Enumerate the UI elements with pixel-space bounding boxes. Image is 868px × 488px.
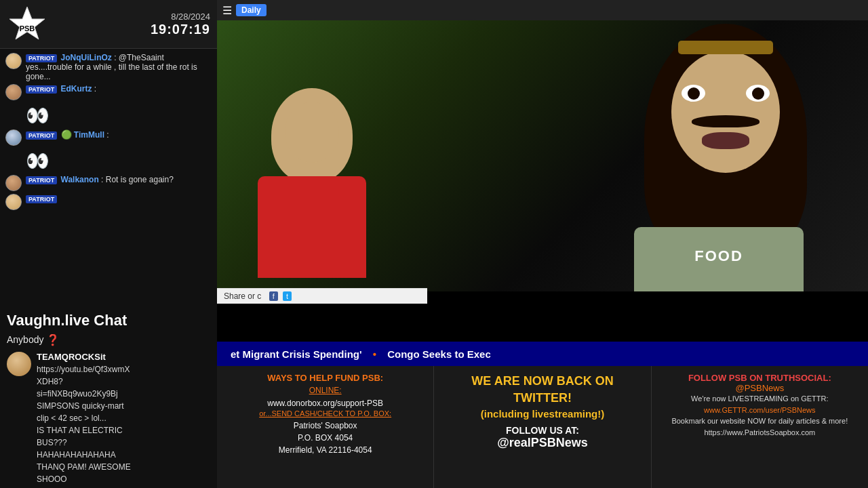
username: EdKurtz	[61, 84, 92, 94]
website-url[interactable]: https://www.PatriotsSoapbox.com	[704, 427, 815, 439]
share-bar: Share or c f t	[217, 288, 427, 304]
po-box: P.O. BOX 4054	[298, 432, 353, 444]
twitter-subtitle: (including livestreaming!)	[481, 407, 605, 421]
truthsocial-title: FOLLOW PSB ON TRUTHSOCIAL:	[688, 373, 831, 383]
fund-title: WAYS TO HELP FUND PSB:	[267, 373, 383, 383]
vaughn-title: Vaughn.live Chat	[7, 312, 210, 329]
patriot-badge: PATRIOT	[26, 131, 57, 140]
ticker-left: et Migrant Crisis Spending'	[231, 348, 362, 360]
svg-marker-0	[9, 7, 45, 39]
top-bar: ☰ Daily	[217, 0, 868, 20]
date-display: 8/28/2024	[171, 12, 210, 22]
share-text: Share or c	[224, 291, 261, 301]
psb-logo-icon: PSB	[7, 5, 47, 43]
patriot-badge: PATRIOT	[26, 195, 57, 203]
twitter-col: WE ARE NOW BACK ON TWITTER! (including l…	[434, 366, 651, 488]
gettr-link[interactable]: www.GETTR.com/user/PSBNews	[704, 405, 815, 416]
teamq-msg-text: https://youtu.be/Qf3xwmXXDH8?si=fiNXBq9w…	[37, 363, 131, 485]
green-icon: 🟢	[61, 129, 72, 140]
truthsocial-col: FOLLOW PSB ON TRUTHSOCIAL: @PSBNews We'r…	[652, 366, 868, 488]
org-name: Patriots' Soapbox	[294, 420, 357, 432]
twitter-headline: WE ARE NOW BACK ON TWITTER!	[442, 373, 642, 407]
anybody-text: Anybody	[7, 334, 43, 345]
ticker-bar: et Migrant Crisis Spending' • Congo Seek…	[217, 342, 868, 366]
twitter-icon[interactable]: t	[283, 291, 292, 301]
msg-text: : Rot is gone again?	[101, 175, 174, 184]
avatar	[5, 175, 22, 191]
person-video-area: FOOD	[217, 20, 868, 291]
online-label: ONLINE:	[309, 386, 342, 395]
address: Merrifield, VA 22116-4054	[279, 444, 372, 456]
mail-label: or...SEND CASH/CHECK TO P.O. BOX:	[259, 409, 391, 418]
bookmark-text: Bookmark our website NOW for daily artic…	[671, 415, 848, 427]
truthsocial-handle: @PSBNews	[735, 383, 784, 393]
chat-messages: PATRIOT JoNqUiLinOz : @TheSaaint yes....…	[0, 49, 217, 306]
main-area: ☰ Daily Billionaire tech tycoon Mike Lyn…	[217, 0, 868, 488]
daily-button[interactable]: Daily	[236, 4, 267, 16]
avatar	[5, 194, 22, 210]
teamq-section: TEAMQROCKSit https://youtu.be/Qf3xwmXXDH…	[0, 348, 217, 489]
msg-text: :	[106, 130, 108, 140]
chat-message: PATRIOT JoNqUiLinOz : @TheSaaint yes....…	[5, 53, 212, 81]
chat-message: PATRIOT EdKurtz :	[5, 84, 212, 100]
vaughn-label: Vaughn.live Chat	[0, 306, 217, 332]
fund-psb-col: WAYS TO HELP FUND PSB: ONLINE: www.donor…	[217, 366, 434, 488]
follow-us-text: FOLLOW US AT:	[506, 425, 579, 436]
chat-message: PATRIOT	[5, 194, 212, 210]
eyes-emoji: 👀	[26, 150, 212, 172]
teamq-username: TEAMQROCKSit	[37, 350, 131, 364]
video-container: Billionaire tech tycoon Mike Lynch's co-…	[217, 20, 868, 342]
username: JoNqUiLinOz	[61, 53, 112, 62]
username: TimMull	[74, 130, 104, 140]
avatar	[5, 53, 22, 69]
header-bar: PSB 8/28/2024 19:07:19	[0, 0, 217, 49]
chat-panel: PSB 8/28/2024 19:07:19 PATRIOT JoNqUiLin…	[0, 0, 217, 488]
eyes-emoji: 👀	[26, 104, 212, 127]
ticker-dot: •	[373, 348, 376, 360]
logo-area: PSB	[7, 5, 47, 43]
chat-message: PATRIOT 🟢 TimMull :	[5, 129, 212, 146]
teamq-avatar	[7, 352, 31, 376]
patriot-badge: PATRIOT	[26, 85, 57, 94]
svg-text:PSB: PSB	[20, 24, 35, 33]
username: Walkanon	[61, 175, 99, 184]
avatar	[5, 84, 22, 100]
patriot-badge: PATRIOT	[26, 54, 57, 62]
facebook-icon[interactable]: f	[269, 291, 278, 301]
teamq-message: TEAMQROCKSit https://youtu.be/Qf3xwmXXDH…	[37, 350, 131, 486]
hamburger-icon[interactable]: ☰	[222, 4, 232, 17]
anybody-line: Anybody ❓	[0, 332, 217, 348]
question-emoji: ❓	[46, 333, 60, 346]
clock-display: 19:07:19	[151, 22, 210, 37]
ticker-right: Congo Seeks to Exec	[387, 348, 491, 360]
patriot-badge: PATRIOT	[26, 176, 57, 184]
msg-text: :	[94, 84, 96, 94]
avatar	[5, 129, 22, 146]
twitter-handle: @realPSBNews	[497, 436, 588, 450]
bottom-bar: WAYS TO HELP FUND PSB: ONLINE: www.donor…	[217, 366, 868, 488]
chat-message: PATRIOT Walkanon : Rot is gone again?	[5, 175, 212, 191]
ticker-content: et Migrant Crisis Spending' • Congo Seek…	[217, 348, 505, 360]
gettr-text: We're now LIVESTREAMING on GETTR:	[691, 393, 828, 405]
donor-link[interactable]: www.donorbox.org/support-PSB	[267, 397, 383, 409]
